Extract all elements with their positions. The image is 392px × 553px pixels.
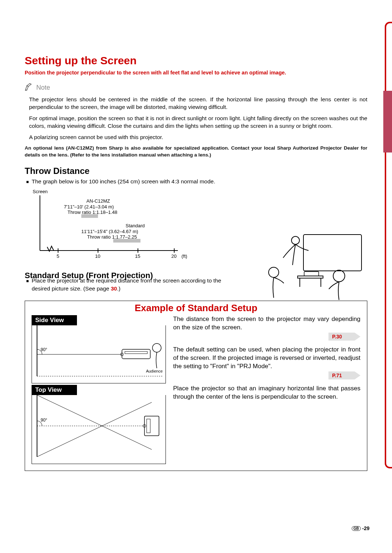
- throw-bullet-text: The graph below is for 100 inches (254 c…: [32, 178, 215, 186]
- example-box: Example of Standard Setup Side View: [25, 301, 367, 471]
- page-number-value: -29: [362, 525, 369, 531]
- throw-graph-svg: [33, 189, 189, 261]
- svg-rect-8: [303, 235, 362, 271]
- note-p3: A polarizing screen cannot be used with …: [29, 134, 367, 141]
- lens2-range: 11'11"–15'4" (3.62–4.67 m): [81, 229, 138, 234]
- side-view-label: Side View: [32, 315, 77, 325]
- tick-20: 20: [171, 253, 176, 259]
- svg-point-22: [152, 343, 161, 352]
- example-title: Example of Standard Setup: [25, 301, 367, 315]
- intro-text: Position the projector perpendicular to …: [25, 69, 367, 76]
- note-heading: Note: [25, 83, 367, 92]
- svg-line-25: [37, 395, 152, 450]
- svg-rect-19: [122, 349, 150, 359]
- page-30-link[interactable]: 30: [111, 285, 117, 292]
- scene-illustration: [258, 232, 367, 301]
- side-tab-fill: [383, 91, 392, 153]
- lens1-name: AN-C12MZ: [86, 198, 110, 204]
- top-view-diagram: 90°: [32, 395, 166, 464]
- svg-point-14: [269, 267, 279, 277]
- throw-bullet: ■ The graph below is for 100 inches (254…: [26, 178, 367, 186]
- example-p3: Place the projector so that an imaginary…: [173, 385, 360, 401]
- note-p2: For optimal image, position the screen s…: [29, 115, 367, 130]
- tick-10: 10: [95, 253, 100, 259]
- svg-point-15: [333, 270, 345, 282]
- page-ref-30[interactable]: P.30: [328, 333, 360, 341]
- lens2-name: Standard: [126, 223, 145, 228]
- throw-heading: Throw Distance: [25, 166, 367, 176]
- square-bullet-icon: ■: [26, 179, 29, 185]
- standard-setup-bullet: ■ Place the projector at the required di…: [26, 277, 222, 292]
- svg-rect-13: [304, 272, 319, 276]
- svg-rect-10: [298, 276, 323, 278]
- tick-unit: (ft): [181, 253, 187, 259]
- lens1-range: 7'11"–10' (2.41–3.04 m): [64, 204, 114, 210]
- side-tab-border: [385, 22, 392, 468]
- top-view-label: Top View: [32, 385, 77, 395]
- tick-15: 15: [135, 253, 140, 259]
- svg-point-9: [291, 236, 299, 244]
- standard-setup-text: Place the projector at the required dist…: [32, 277, 222, 292]
- region-code: GB: [352, 526, 361, 531]
- example-p2: The default setting can be used, when pl…: [173, 346, 360, 371]
- svg-line-24: [37, 402, 152, 457]
- page-number: GB -29: [352, 525, 369, 531]
- side-view-diagram: 90° Audience: [32, 325, 166, 383]
- note-bold: An optional lens (AN-C12MZ) from Sharp i…: [25, 145, 367, 159]
- lens2-ratio: Throw ratio 1:1.77–2.25: [87, 234, 137, 240]
- square-bullet-icon: ■: [26, 278, 29, 284]
- audience-label: Audience: [146, 369, 163, 373]
- tick-5: 5: [57, 253, 59, 259]
- page-title: Setting up the Screen: [25, 54, 367, 67]
- note-label: Note: [36, 84, 50, 92]
- lens1-ratio: Throw ratio 1:1.18–1.48: [68, 210, 117, 215]
- page-ref-71[interactable]: P.71: [328, 371, 360, 379]
- ninety-side: 90°: [41, 347, 47, 352]
- ninety-top: 90°: [41, 418, 47, 423]
- pencil-icon: [25, 83, 34, 92]
- note-p1: The projector lens should be centered in…: [29, 96, 367, 111]
- example-p1: The distance from the screen to the proj…: [173, 315, 360, 332]
